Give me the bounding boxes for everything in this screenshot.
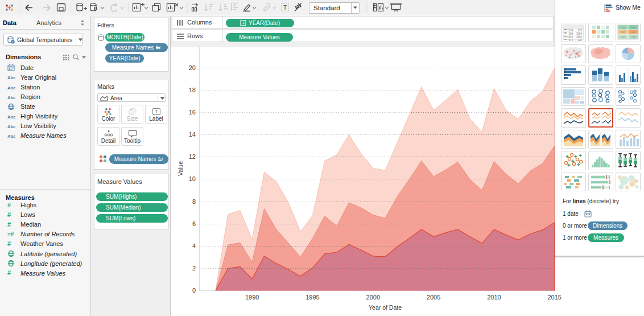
svg-text:1995: 1995 bbox=[306, 294, 319, 301]
svg-text:T: T bbox=[155, 109, 158, 114]
svg-text:2020: 2020 bbox=[620, 35, 626, 38]
svg-text:6: 6 bbox=[192, 220, 196, 227]
svg-text:18: 18 bbox=[189, 87, 196, 93]
svg-text:971: 971 bbox=[568, 39, 573, 42]
svg-text:Value: Value bbox=[177, 161, 184, 176]
svg-text:368: 368 bbox=[568, 32, 573, 35]
svg-text:0: 0 bbox=[192, 287, 196, 294]
svg-text:140: 140 bbox=[631, 31, 636, 34]
svg-text:14: 14 bbox=[189, 131, 196, 138]
svg-text:292: 292 bbox=[621, 31, 626, 34]
svg-text:12: 12 bbox=[189, 153, 196, 160]
svg-text:1360: 1360 bbox=[630, 35, 636, 38]
svg-text:4: 4 bbox=[192, 243, 196, 249]
svg-text:10: 10 bbox=[189, 175, 196, 182]
svg-text:T: T bbox=[283, 5, 287, 11]
svg-text:568: 568 bbox=[631, 26, 636, 29]
svg-text:Year of Date: Year of Date bbox=[369, 304, 402, 311]
svg-text:1234: 1234 bbox=[567, 29, 573, 32]
svg-text:Standard: Standard bbox=[313, 5, 340, 11]
svg-text:16: 16 bbox=[189, 109, 196, 116]
svg-text:8: 8 bbox=[192, 198, 196, 205]
svg-text:322: 322 bbox=[577, 39, 582, 42]
svg-text:1234: 1234 bbox=[620, 26, 626, 29]
svg-text:2000: 2000 bbox=[366, 294, 380, 301]
svg-text:20: 20 bbox=[189, 64, 196, 71]
svg-text:2005: 2005 bbox=[427, 294, 440, 301]
svg-text:2: 2 bbox=[192, 265, 196, 272]
svg-text:2015: 2015 bbox=[547, 294, 561, 301]
svg-text:3004: 3004 bbox=[576, 32, 583, 35]
svg-text:2010: 2010 bbox=[487, 294, 501, 301]
svg-text:678: 678 bbox=[577, 29, 582, 32]
svg-text:1990: 1990 bbox=[245, 294, 259, 301]
